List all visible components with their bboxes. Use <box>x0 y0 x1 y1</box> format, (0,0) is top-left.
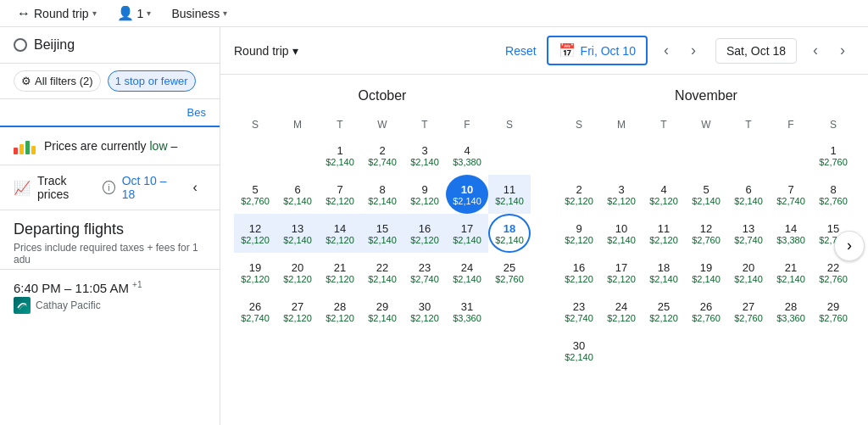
day-cell[interactable]: 9$2,120 <box>558 214 600 253</box>
trip-type-label: Round trip <box>34 7 89 20</box>
day-price: $2,140 <box>326 157 354 167</box>
day-cell[interactable]: 13$2,740 <box>727 214 770 253</box>
day-cell[interactable]: 25$2,120 <box>643 292 685 331</box>
start-date-button[interactable]: 📅 Fri, Oct 10 <box>547 36 648 65</box>
day-cell[interactable]: 29$2,760 <box>812 292 854 331</box>
passengers-button[interactable]: 👤 1 ▾ <box>110 2 159 25</box>
trip-type-button[interactable]: ↔ Round trip ▾ <box>10 3 103 25</box>
day-cell[interactable]: 24$2,140 <box>446 253 488 292</box>
day-cell[interactable]: 10$2,140 <box>446 175 488 214</box>
day-cell[interactable]: 18$2,140 <box>643 253 685 292</box>
day-cell[interactable]: 22$2,140 <box>361 253 403 292</box>
day-cell[interactable]: 3$2,140 <box>403 136 446 175</box>
start-date-prev[interactable]: ‹ <box>654 39 678 63</box>
day-cell[interactable]: 11$2,120 <box>643 214 685 253</box>
day-cell[interactable]: 15$2,140 <box>361 214 403 253</box>
day-number: 2 <box>379 144 385 157</box>
day-cell[interactable]: 2$2,740 <box>361 136 403 175</box>
flight-card[interactable]: 6:40 PM – 11:05 AM +1 Cathay Pacific <box>0 269 220 324</box>
day-cell[interactable]: 3$2,120 <box>600 175 643 214</box>
end-date-prev[interactable]: ‹ <box>804 39 827 63</box>
day-cell[interactable]: 18$2,140 <box>488 214 531 253</box>
day-number: 30 <box>419 300 431 313</box>
all-filters-button[interactable]: ⚙ All filters (2) <box>14 70 101 92</box>
day-cell[interactable]: 8$2,140 <box>361 175 403 214</box>
day-number: 29 <box>376 300 388 313</box>
cabin-class-button[interactable]: Business ▾ <box>164 3 234 24</box>
day-cell[interactable]: 5$2,140 <box>685 175 727 214</box>
day-cell[interactable]: 31$3,360 <box>446 292 488 331</box>
day-cell[interactable]: 11$2,140 <box>488 175 531 214</box>
day-cell[interactable]: 1$2,760 <box>812 136 854 175</box>
day-cell[interactable]: 19$2,120 <box>234 253 276 292</box>
day-number: 25 <box>658 300 670 313</box>
start-date-next[interactable]: › <box>682 39 705 63</box>
day-number: 1 <box>337 144 342 157</box>
cabin-class-chevron: ▾ <box>223 8 227 18</box>
day-cell[interactable]: 23$2,740 <box>558 292 600 331</box>
day-cell <box>643 331 685 370</box>
day-cell[interactable]: 28$2,120 <box>319 292 361 331</box>
day-cell[interactable]: 25$2,760 <box>488 253 531 292</box>
reset-button[interactable]: Reset <box>505 44 537 58</box>
end-date-next[interactable]: › <box>831 39 854 63</box>
day-number: 21 <box>334 261 346 274</box>
day-header: T <box>319 114 361 136</box>
day-cell[interactable]: 26$2,740 <box>234 292 276 331</box>
day-cell[interactable]: 27$2,760 <box>727 292 770 331</box>
day-cell[interactable]: 14$2,120 <box>319 214 361 253</box>
day-cell[interactable]: 19$2,140 <box>685 253 727 292</box>
day-cell[interactable]: 16$2,120 <box>558 253 600 292</box>
info-icon[interactable]: i <box>103 181 115 194</box>
day-cell[interactable]: 13$2,140 <box>276 214 319 253</box>
day-cell[interactable]: 27$2,120 <box>276 292 319 331</box>
day-cell <box>685 136 727 175</box>
day-cell[interactable]: 21$2,120 <box>319 253 361 292</box>
collapse-button[interactable]: ‹ <box>185 176 206 199</box>
day-cell[interactable]: 8$2,760 <box>812 175 854 214</box>
day-cell[interactable]: 21$2,140 <box>770 253 812 292</box>
calendars-wrapper: October SMTWTFS1$2,1402$2,7403$2,1404$3,… <box>220 75 868 425</box>
day-cell[interactable]: 20$2,140 <box>727 253 770 292</box>
day-price: $2,120 <box>565 274 593 284</box>
day-cell[interactable]: 12$2,120 <box>234 214 276 253</box>
day-cell[interactable]: 6$2,140 <box>276 175 319 214</box>
day-cell[interactable]: 29$2,140 <box>361 292 403 331</box>
day-cell[interactable]: 12$2,760 <box>685 214 727 253</box>
day-cell[interactable]: 9$2,120 <box>403 175 446 214</box>
day-cell[interactable]: 23$2,740 <box>403 253 446 292</box>
day-cell[interactable]: 26$2,760 <box>685 292 727 331</box>
day-number: 23 <box>573 300 585 313</box>
day-cell[interactable]: 14$3,380 <box>770 214 812 253</box>
scroll-right-button[interactable]: › <box>834 231 865 261</box>
day-cell <box>770 331 812 370</box>
track-prices-icon: 📈 <box>14 180 31 196</box>
day-cell[interactable]: 30$2,140 <box>558 331 600 370</box>
day-cell <box>558 136 600 175</box>
day-cell[interactable]: 6$2,140 <box>727 175 770 214</box>
day-cell[interactable]: 7$2,740 <box>770 175 812 214</box>
day-header: S <box>488 114 531 136</box>
day-cell[interactable]: 7$2,120 <box>319 175 361 214</box>
day-cell[interactable]: 20$2,120 <box>276 253 319 292</box>
day-cell[interactable]: 24$2,120 <box>600 292 643 331</box>
day-cell[interactable]: 4$2,120 <box>643 175 685 214</box>
stops-filter-button[interactable]: 1 stop or fewer <box>108 70 196 92</box>
trip-type-value: Round trip <box>234 44 289 58</box>
day-cell[interactable]: 2$2,120 <box>558 175 600 214</box>
passengers-label: 1 <box>137 7 144 20</box>
day-cell[interactable]: 1$2,140 <box>319 136 361 175</box>
day-price: $2,120 <box>649 313 678 323</box>
trip-type-select[interactable]: Round trip ▾ <box>234 44 298 58</box>
day-cell[interactable]: 16$2,120 <box>403 214 446 253</box>
day-cell[interactable]: 4$3,380 <box>446 136 488 175</box>
day-cell[interactable]: 5$2,760 <box>234 175 276 214</box>
day-cell[interactable]: 10$2,140 <box>600 214 643 253</box>
day-number: 6 <box>294 183 300 196</box>
day-cell[interactable]: 17$2,140 <box>446 214 488 253</box>
day-cell[interactable]: 28$3,360 <box>770 292 812 331</box>
day-price: $2,740 <box>368 157 397 167</box>
day-cell[interactable]: 17$2,120 <box>600 253 643 292</box>
end-date-button[interactable]: Sat, Oct 18 <box>715 38 797 64</box>
day-cell[interactable]: 30$2,120 <box>403 292 446 331</box>
